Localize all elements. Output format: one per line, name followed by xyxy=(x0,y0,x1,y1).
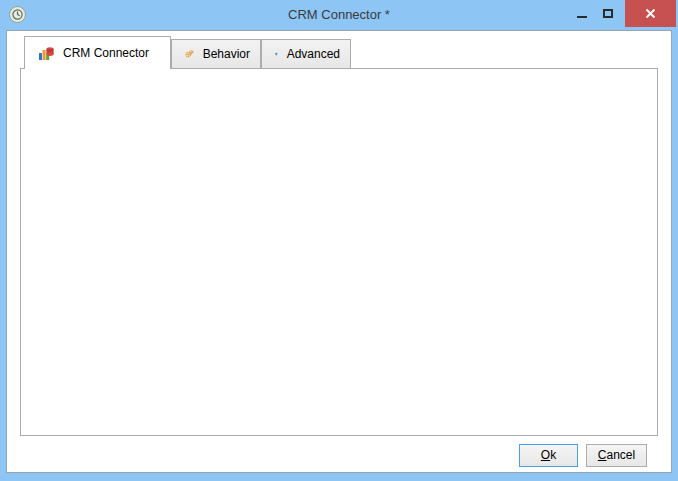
tab-behavior[interactable]: Behavior xyxy=(171,39,261,69)
maximize-button[interactable] xyxy=(596,0,620,27)
close-button[interactable] xyxy=(625,0,676,27)
cancel-button-label: Cancel xyxy=(587,445,646,466)
tab-crm-connector-label: CRM Connector xyxy=(63,46,149,60)
close-icon xyxy=(645,8,656,19)
maximize-icon xyxy=(603,9,613,18)
crm-connector-dialog: CRM Connector * CRM Connector Behavi xyxy=(0,0,678,481)
clipboard-icon xyxy=(275,46,278,62)
ok-button[interactable]: Ok xyxy=(519,444,578,467)
cancel-button[interactable]: Cancel xyxy=(586,444,647,467)
ok-button-label: Ok xyxy=(520,445,577,466)
minimize-icon xyxy=(577,16,587,18)
tab-advanced[interactable]: Advanced xyxy=(261,39,351,69)
gears-icon xyxy=(185,46,194,62)
minimize-button[interactable] xyxy=(570,0,594,27)
tab-advanced-label: Advanced xyxy=(287,47,340,61)
tab-behavior-label: Behavior xyxy=(203,47,250,61)
tab-page-crm-connector xyxy=(20,68,658,436)
titlebar: CRM Connector * xyxy=(0,0,678,30)
crm-connector-icon xyxy=(38,45,54,61)
tab-crm-connector[interactable]: CRM Connector xyxy=(24,36,171,69)
